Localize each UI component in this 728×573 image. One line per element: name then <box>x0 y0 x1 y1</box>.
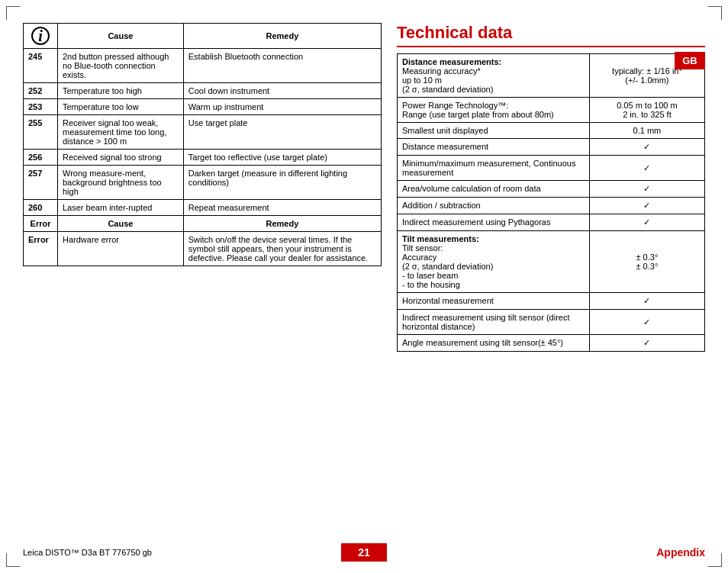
error-col3-header: Remedy <box>183 216 381 232</box>
tech-row-label: Tilt measurements:Tilt sensor:Accuracy(2… <box>398 231 590 293</box>
tech-row-value: ✓ <box>589 181 704 198</box>
row-num: 255 <box>24 115 58 150</box>
right-section: Technical data GB Distance measurements:… <box>382 23 705 352</box>
table-row: Smallest unit displayed 0.1 mm <box>398 123 705 139</box>
footer-right-text: Appendix <box>387 546 705 559</box>
row-cause: Hardware error <box>58 232 184 266</box>
table-row: 253 Temperature too low Warm up instrume… <box>24 99 382 115</box>
info-icon: i <box>31 27 50 45</box>
tech-row-label: Angle measurement using tilt sensor(± 45… <box>398 335 590 352</box>
tech-row-value: ✓ <box>589 198 704 214</box>
tech-row-value: ✓ <box>589 214 704 231</box>
row-num: 257 <box>24 166 58 200</box>
corner-tl <box>6 6 20 20</box>
row-remedy: Target too reflective (use target plate) <box>183 150 381 166</box>
error-table-header: i Cause Remedy <box>24 24 382 49</box>
tech-table: Distance measurements:Measuring accuracy… <box>397 53 705 352</box>
row-remedy: Warm up instrument <box>183 99 381 115</box>
table-row: Error Hardware error Switch on/off the d… <box>24 232 382 266</box>
table-row: 252 Temperature too high Cool down instr… <box>24 83 382 99</box>
row-cause: Receiver signal too weak, measurement ti… <box>58 115 184 150</box>
row-cause: Laser beam inter-rupted <box>58 200 184 216</box>
row-num: 252 <box>24 83 58 99</box>
table-row: Horizontal measurement ✓ <box>398 293 705 310</box>
row-num: 256 <box>24 150 58 166</box>
table-row: Indirect measurement using tilt sensor (… <box>398 310 705 335</box>
table-row: 256 Received signal too strong Target to… <box>24 150 382 166</box>
row-remedy: Repeat measurement <box>183 200 381 216</box>
table-row: Angle measurement using tilt sensor(± 45… <box>398 335 705 352</box>
tech-row-value: ✓ <box>589 310 704 335</box>
row-remedy: Darken target (measure in different ligh… <box>183 166 381 200</box>
footer-page-number: 21 <box>341 543 387 562</box>
tech-row-label: Smallest unit displayed <box>398 123 590 139</box>
footer: Leica DISTO™ D3a BT 776750 gb 21 Appendi… <box>0 543 728 562</box>
row-num: 260 <box>24 200 58 216</box>
tech-row-label: Area/volume calculation of room data <box>398 181 590 198</box>
row-cause: Wrong measure-ment, background brightnes… <box>58 166 184 200</box>
row-cause: Received signal too strong <box>58 150 184 166</box>
table-row: 257 Wrong measure-ment, background brigh… <box>24 166 382 200</box>
error-col2-header: Cause <box>58 216 184 232</box>
tech-row-label: Indirect measurement using tilt sensor (… <box>398 310 590 335</box>
row-remedy: Cool down instrument <box>183 83 381 99</box>
row-num: Error <box>24 232 58 266</box>
table-row: Distance measurements:Measuring accuracy… <box>398 54 705 98</box>
info-icon-cell: i <box>24 24 58 49</box>
table-row: Addition / subtraction ✓ <box>398 198 705 214</box>
error-table: i Cause Remedy 245 2nd button pressed al… <box>23 23 382 266</box>
table-row: 245 2nd button pressed although no Blue-… <box>24 49 382 83</box>
table-row: Power Range Technology™:Range (use targe… <box>398 98 705 123</box>
main-content: i Cause Remedy 245 2nd button pressed al… <box>23 23 705 352</box>
tech-row-label: Minimum/maximum measurement, Continuous … <box>398 156 590 181</box>
footer-left-text: Leica DISTO™ D3a BT 776750 gb <box>23 548 341 557</box>
table-row: Minimum/maximum measurement, Continuous … <box>398 156 705 181</box>
section-header: Error Cause Remedy <box>24 216 382 232</box>
error-tbody: 245 2nd button pressed although no Blue-… <box>24 49 382 266</box>
tech-row-label: Indirect measurement using Pythagoras <box>398 214 590 231</box>
table-row: Tilt measurements:Tilt sensor:Accuracy(2… <box>398 231 705 293</box>
cause-header: Cause <box>58 24 184 49</box>
error-col1-header: Error <box>24 216 58 232</box>
row-cause: 2nd button pressed although no Blue-toot… <box>58 49 184 83</box>
tech-row-value: ✓ <box>589 156 704 181</box>
gb-badge: GB <box>675 52 705 69</box>
table-row: 260 Laser beam inter-rupted Repeat measu… <box>24 200 382 216</box>
corner-tr <box>708 6 722 20</box>
tech-row-value: ± 0.3°± 0.3° <box>589 231 704 293</box>
tech-row-label: Addition / subtraction <box>398 198 590 214</box>
tech-row-label: Distance measurements:Measuring accuracy… <box>398 54 590 98</box>
tech-row-label: Power Range Technology™:Range (use targe… <box>398 98 590 123</box>
table-row: Distance measurement ✓ <box>398 139 705 156</box>
table-row: 255 Receiver signal too weak, measuremen… <box>24 115 382 150</box>
tech-row-value: 0.05 m to 100 m2 in. to 325 ft <box>589 98 704 123</box>
tech-row-value: ✓ <box>589 139 704 156</box>
remedy-header: Remedy <box>183 24 381 49</box>
tech-row-value: ✓ <box>589 335 704 352</box>
left-section: i Cause Remedy 245 2nd button pressed al… <box>23 23 382 352</box>
row-num: 253 <box>24 99 58 115</box>
table-row: Area/volume calculation of room data ✓ <box>398 181 705 198</box>
row-cause: Temperature too low <box>58 99 184 115</box>
row-remedy: Use target plate <box>183 115 381 150</box>
row-num: 245 <box>24 49 58 83</box>
row-remedy: Switch on/off the device several times. … <box>183 232 381 266</box>
tech-title: Technical data <box>397 23 705 47</box>
row-remedy: Establish Bluetooth connection <box>183 49 381 83</box>
tech-row-value: 0.1 mm <box>589 123 704 139</box>
row-cause: Temperature too high <box>58 83 184 99</box>
tech-row-label: Distance measurement <box>398 139 590 156</box>
table-row: Indirect measurement using Pythagoras ✓ <box>398 214 705 231</box>
tech-row-value: ✓ <box>589 293 704 310</box>
tech-tbody: Distance measurements:Measuring accuracy… <box>398 54 705 352</box>
page: i Cause Remedy 245 2nd button pressed al… <box>0 0 728 573</box>
tech-row-label: Horizontal measurement <box>398 293 590 310</box>
